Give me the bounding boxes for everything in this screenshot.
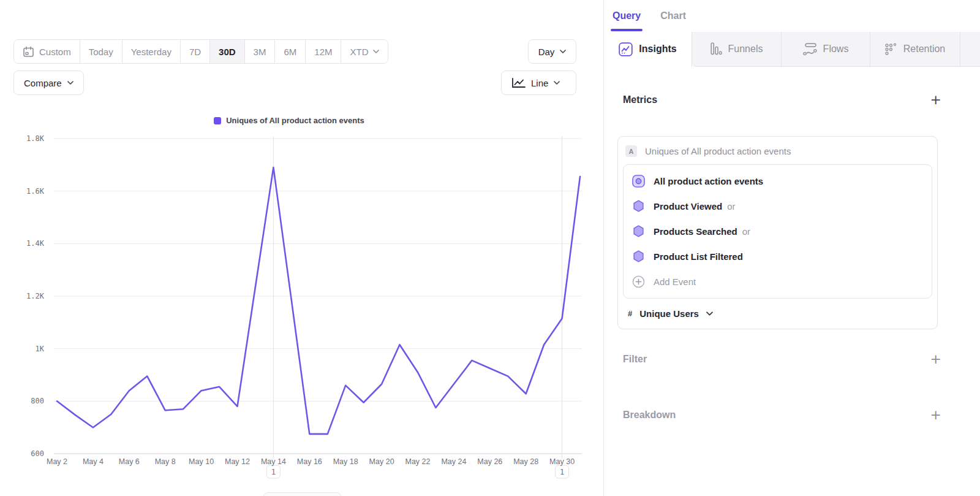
breakdown-section: Breakdown +: [623, 408, 941, 422]
event-name: All product action events: [654, 176, 763, 186]
aggregation-dropdown[interactable]: # Unique Users: [623, 299, 932, 320]
report-tab-label: Insights: [639, 44, 676, 55]
y-axis-tick-label: 1.8K: [26, 134, 45, 143]
event-hexagon-icon: [632, 250, 645, 263]
flows-icon: [803, 43, 817, 56]
chart-pane: CustomTodayYesterday7D30D3M6M12MXTD Day …: [0, 0, 603, 496]
y-axis-tick-label: 800: [31, 397, 44, 405]
metric-title: Uniques of All product action events: [645, 146, 791, 156]
event-name: Product List Filtered: [654, 251, 743, 262]
report-tab-retention[interactable]: Retention: [870, 32, 960, 67]
report-tabs-filler: [960, 32, 980, 67]
report-type-tabs: InsightsFunnelsFlowsRetention: [604, 32, 980, 67]
breakdown-heading: Breakdown: [623, 410, 676, 421]
filter-heading: Filter: [623, 354, 647, 365]
report-tab-insights[interactable]: Insights: [604, 32, 692, 67]
event-hexagon-icon: [632, 200, 645, 213]
circle-plus-icon: [632, 275, 645, 288]
x-axis-tick-label: May 22: [405, 457, 431, 466]
retention-icon: [885, 43, 897, 56]
metric-card-header[interactable]: A Uniques of All product action events: [623, 144, 932, 164]
event-row[interactable]: Product Viewedor: [624, 194, 932, 219]
query-builder-pane: Query Chart InsightsFunnelsFlowsRetentio…: [603, 0, 980, 496]
events-list: All product action eventsProduct Viewedo…: [623, 164, 932, 299]
x-axis-tick-label: May 14: [261, 457, 286, 466]
x-axis-tick-label: May 10: [189, 457, 214, 466]
x-axis-tick-label: May 24: [441, 457, 466, 466]
x-axis-tick-label: May 2: [47, 457, 67, 466]
metrics-heading: Metrics: [623, 94, 657, 105]
event-all-events-icon: [632, 175, 645, 188]
metric-letter-badge: A: [625, 145, 637, 157]
x-axis-tick-label: May 8: [155, 457, 176, 466]
add-metric-button[interactable]: +: [930, 93, 941, 107]
funnels-icon: [710, 42, 722, 56]
metric-card: A Uniques of All product action events A…: [617, 136, 938, 329]
bottom-partial-widget[interactable]: [263, 492, 341, 496]
annotation-marker-label: 1: [560, 468, 564, 476]
add-event-label: Add Event: [654, 277, 696, 287]
report-tab-flows[interactable]: Flows: [782, 32, 870, 67]
event-name: Product Viewed: [654, 201, 722, 212]
chevron-down-icon: [706, 311, 713, 316]
event-operator: or: [742, 226, 750, 237]
event-hexagon-icon: [632, 225, 645, 238]
tab-query-label: Query: [612, 10, 641, 21]
tab-chart-label: Chart: [660, 10, 686, 21]
add-breakdown-button[interactable]: +: [930, 408, 941, 422]
report-tab-label: Flows: [823, 44, 849, 55]
event-operator: or: [727, 201, 735, 212]
pane-tabs: Query Chart: [604, 0, 980, 32]
line-chart[interactable]: 6008001K1.2K1.4K1.6K1.8K11May 2May 4May …: [0, 0, 603, 496]
aggregation-label: Unique Users: [639, 308, 699, 319]
y-axis-tick-label: 1.6K: [26, 187, 45, 196]
x-axis-tick-label: May 12: [225, 457, 250, 466]
y-axis-tick-label: 1.4K: [26, 239, 45, 248]
event-row[interactable]: All product action events: [624, 169, 932, 194]
x-axis-tick-label: May 30: [549, 457, 575, 466]
event-row[interactable]: Products Searchedor: [624, 219, 932, 244]
annotation-marker-label: 1: [271, 468, 276, 476]
report-tab-funnels[interactable]: Funnels: [692, 32, 782, 67]
add-event-button[interactable]: Add Event: [624, 269, 932, 294]
event-row[interactable]: Product List Filtered: [624, 244, 932, 269]
event-name: Products Searched: [654, 226, 737, 237]
x-axis-tick-label: May 16: [297, 457, 322, 466]
x-axis-tick-label: May 26: [477, 457, 502, 466]
report-tab-label: Funnels: [728, 44, 763, 55]
x-axis-tick-label: May 18: [333, 457, 358, 466]
report-tab-label: Retention: [903, 44, 946, 55]
hash-icon: #: [628, 309, 632, 318]
x-axis-tick-label: May 20: [369, 457, 394, 466]
tab-query[interactable]: Query: [612, 0, 641, 32]
filter-section: Filter +: [623, 353, 941, 366]
y-axis-tick-label: 1.2K: [26, 292, 45, 300]
x-axis-tick-label: May 4: [83, 457, 104, 466]
y-axis-tick-label: 1K: [36, 345, 45, 353]
tab-chart[interactable]: Chart: [660, 0, 686, 32]
metrics-header: Metrics +: [623, 93, 941, 107]
y-axis-tick-label: 600: [31, 449, 44, 458]
add-filter-button[interactable]: +: [930, 353, 941, 366]
app-root: CustomTodayYesterday7D30D3M6M12MXTD Day …: [0, 0, 980, 496]
series-line[interactable]: [57, 167, 580, 434]
insights-icon: [619, 42, 633, 56]
x-axis-tick-label: May 28: [513, 457, 538, 466]
x-axis-tick-label: May 6: [119, 457, 140, 466]
